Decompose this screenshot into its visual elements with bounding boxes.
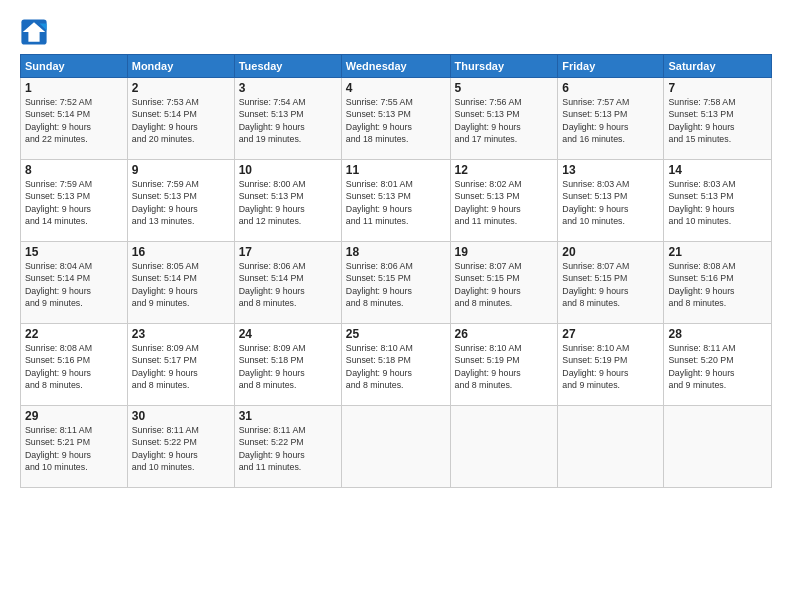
- calendar-week-5: 29Sunrise: 8:11 AM Sunset: 5:21 PM Dayli…: [21, 406, 772, 488]
- day-number: 20: [562, 245, 659, 259]
- day-number: 22: [25, 327, 123, 341]
- day-number: 30: [132, 409, 230, 423]
- day-number: 11: [346, 163, 446, 177]
- day-info: Sunrise: 8:00 AM Sunset: 5:13 PM Dayligh…: [239, 178, 337, 227]
- day-info: Sunrise: 8:11 AM Sunset: 5:20 PM Dayligh…: [668, 342, 767, 391]
- calendar-cell: 31Sunrise: 8:11 AM Sunset: 5:22 PM Dayli…: [234, 406, 341, 488]
- day-number: 26: [455, 327, 554, 341]
- calendar-week-4: 22Sunrise: 8:08 AM Sunset: 5:16 PM Dayli…: [21, 324, 772, 406]
- calendar-header-tuesday: Tuesday: [234, 55, 341, 78]
- day-info: Sunrise: 7:56 AM Sunset: 5:13 PM Dayligh…: [455, 96, 554, 145]
- day-info: Sunrise: 8:06 AM Sunset: 5:14 PM Dayligh…: [239, 260, 337, 309]
- day-number: 7: [668, 81, 767, 95]
- calendar-cell: 3Sunrise: 7:54 AM Sunset: 5:13 PM Daylig…: [234, 78, 341, 160]
- calendar-cell: [341, 406, 450, 488]
- day-number: 16: [132, 245, 230, 259]
- calendar-cell: 14Sunrise: 8:03 AM Sunset: 5:13 PM Dayli…: [664, 160, 772, 242]
- calendar-cell: 9Sunrise: 7:59 AM Sunset: 5:13 PM Daylig…: [127, 160, 234, 242]
- calendar-cell: [450, 406, 558, 488]
- calendar-header-thursday: Thursday: [450, 55, 558, 78]
- day-number: 14: [668, 163, 767, 177]
- day-number: 13: [562, 163, 659, 177]
- day-info: Sunrise: 8:06 AM Sunset: 5:15 PM Dayligh…: [346, 260, 446, 309]
- day-info: Sunrise: 8:03 AM Sunset: 5:13 PM Dayligh…: [668, 178, 767, 227]
- day-info: Sunrise: 8:11 AM Sunset: 5:22 PM Dayligh…: [239, 424, 337, 473]
- calendar-cell: 19Sunrise: 8:07 AM Sunset: 5:15 PM Dayli…: [450, 242, 558, 324]
- calendar-cell: 10Sunrise: 8:00 AM Sunset: 5:13 PM Dayli…: [234, 160, 341, 242]
- day-info: Sunrise: 7:58 AM Sunset: 5:13 PM Dayligh…: [668, 96, 767, 145]
- calendar-cell: 11Sunrise: 8:01 AM Sunset: 5:13 PM Dayli…: [341, 160, 450, 242]
- calendar-cell: 4Sunrise: 7:55 AM Sunset: 5:13 PM Daylig…: [341, 78, 450, 160]
- day-number: 4: [346, 81, 446, 95]
- calendar-cell: 30Sunrise: 8:11 AM Sunset: 5:22 PM Dayli…: [127, 406, 234, 488]
- day-info: Sunrise: 8:10 AM Sunset: 5:19 PM Dayligh…: [455, 342, 554, 391]
- calendar-header-wednesday: Wednesday: [341, 55, 450, 78]
- day-number: 12: [455, 163, 554, 177]
- calendar-header-monday: Monday: [127, 55, 234, 78]
- day-number: 31: [239, 409, 337, 423]
- day-info: Sunrise: 8:01 AM Sunset: 5:13 PM Dayligh…: [346, 178, 446, 227]
- calendar-cell: 6Sunrise: 7:57 AM Sunset: 5:13 PM Daylig…: [558, 78, 664, 160]
- calendar-cell: 23Sunrise: 8:09 AM Sunset: 5:17 PM Dayli…: [127, 324, 234, 406]
- calendar-cell: 16Sunrise: 8:05 AM Sunset: 5:14 PM Dayli…: [127, 242, 234, 324]
- day-info: Sunrise: 8:08 AM Sunset: 5:16 PM Dayligh…: [668, 260, 767, 309]
- day-info: Sunrise: 8:10 AM Sunset: 5:18 PM Dayligh…: [346, 342, 446, 391]
- day-info: Sunrise: 7:59 AM Sunset: 5:13 PM Dayligh…: [132, 178, 230, 227]
- logo-icon: [20, 18, 48, 46]
- calendar-cell: 28Sunrise: 8:11 AM Sunset: 5:20 PM Dayli…: [664, 324, 772, 406]
- calendar-week-3: 15Sunrise: 8:04 AM Sunset: 5:14 PM Dayli…: [21, 242, 772, 324]
- day-number: 15: [25, 245, 123, 259]
- calendar-cell: 8Sunrise: 7:59 AM Sunset: 5:13 PM Daylig…: [21, 160, 128, 242]
- calendar-header-sunday: Sunday: [21, 55, 128, 78]
- calendar-week-2: 8Sunrise: 7:59 AM Sunset: 5:13 PM Daylig…: [21, 160, 772, 242]
- day-info: Sunrise: 7:53 AM Sunset: 5:14 PM Dayligh…: [132, 96, 230, 145]
- calendar-cell: 20Sunrise: 8:07 AM Sunset: 5:15 PM Dayli…: [558, 242, 664, 324]
- header: [20, 18, 772, 46]
- calendar-cell: 18Sunrise: 8:06 AM Sunset: 5:15 PM Dayli…: [341, 242, 450, 324]
- calendar-header-row: SundayMondayTuesdayWednesdayThursdayFrid…: [21, 55, 772, 78]
- page: SundayMondayTuesdayWednesdayThursdayFrid…: [0, 0, 792, 612]
- calendar-cell: 25Sunrise: 8:10 AM Sunset: 5:18 PM Dayli…: [341, 324, 450, 406]
- day-info: Sunrise: 8:07 AM Sunset: 5:15 PM Dayligh…: [562, 260, 659, 309]
- day-info: Sunrise: 7:57 AM Sunset: 5:13 PM Dayligh…: [562, 96, 659, 145]
- calendar-cell: 22Sunrise: 8:08 AM Sunset: 5:16 PM Dayli…: [21, 324, 128, 406]
- day-info: Sunrise: 7:59 AM Sunset: 5:13 PM Dayligh…: [25, 178, 123, 227]
- day-info: Sunrise: 8:11 AM Sunset: 5:22 PM Dayligh…: [132, 424, 230, 473]
- calendar-cell: 1Sunrise: 7:52 AM Sunset: 5:14 PM Daylig…: [21, 78, 128, 160]
- calendar-header-saturday: Saturday: [664, 55, 772, 78]
- calendar-cell: 27Sunrise: 8:10 AM Sunset: 5:19 PM Dayli…: [558, 324, 664, 406]
- day-info: Sunrise: 8:10 AM Sunset: 5:19 PM Dayligh…: [562, 342, 659, 391]
- day-number: 24: [239, 327, 337, 341]
- calendar-cell: 15Sunrise: 8:04 AM Sunset: 5:14 PM Dayli…: [21, 242, 128, 324]
- day-info: Sunrise: 8:04 AM Sunset: 5:14 PM Dayligh…: [25, 260, 123, 309]
- day-number: 9: [132, 163, 230, 177]
- calendar-cell: 5Sunrise: 7:56 AM Sunset: 5:13 PM Daylig…: [450, 78, 558, 160]
- day-number: 1: [25, 81, 123, 95]
- calendar-cell: 7Sunrise: 7:58 AM Sunset: 5:13 PM Daylig…: [664, 78, 772, 160]
- day-info: Sunrise: 7:55 AM Sunset: 5:13 PM Dayligh…: [346, 96, 446, 145]
- day-info: Sunrise: 7:52 AM Sunset: 5:14 PM Dayligh…: [25, 96, 123, 145]
- calendar-cell: 26Sunrise: 8:10 AM Sunset: 5:19 PM Dayli…: [450, 324, 558, 406]
- day-info: Sunrise: 8:02 AM Sunset: 5:13 PM Dayligh…: [455, 178, 554, 227]
- calendar-week-1: 1Sunrise: 7:52 AM Sunset: 5:14 PM Daylig…: [21, 78, 772, 160]
- day-info: Sunrise: 8:11 AM Sunset: 5:21 PM Dayligh…: [25, 424, 123, 473]
- calendar-cell: 24Sunrise: 8:09 AM Sunset: 5:18 PM Dayli…: [234, 324, 341, 406]
- day-info: Sunrise: 8:09 AM Sunset: 5:17 PM Dayligh…: [132, 342, 230, 391]
- calendar-cell: 21Sunrise: 8:08 AM Sunset: 5:16 PM Dayli…: [664, 242, 772, 324]
- day-info: Sunrise: 8:07 AM Sunset: 5:15 PM Dayligh…: [455, 260, 554, 309]
- day-number: 29: [25, 409, 123, 423]
- day-info: Sunrise: 8:05 AM Sunset: 5:14 PM Dayligh…: [132, 260, 230, 309]
- day-number: 6: [562, 81, 659, 95]
- calendar-cell: 29Sunrise: 8:11 AM Sunset: 5:21 PM Dayli…: [21, 406, 128, 488]
- day-number: 23: [132, 327, 230, 341]
- calendar-cell: [664, 406, 772, 488]
- day-info: Sunrise: 8:03 AM Sunset: 5:13 PM Dayligh…: [562, 178, 659, 227]
- day-number: 28: [668, 327, 767, 341]
- day-number: 3: [239, 81, 337, 95]
- day-number: 21: [668, 245, 767, 259]
- logo: [20, 18, 52, 46]
- day-number: 19: [455, 245, 554, 259]
- day-number: 10: [239, 163, 337, 177]
- day-number: 18: [346, 245, 446, 259]
- calendar-cell: 12Sunrise: 8:02 AM Sunset: 5:13 PM Dayli…: [450, 160, 558, 242]
